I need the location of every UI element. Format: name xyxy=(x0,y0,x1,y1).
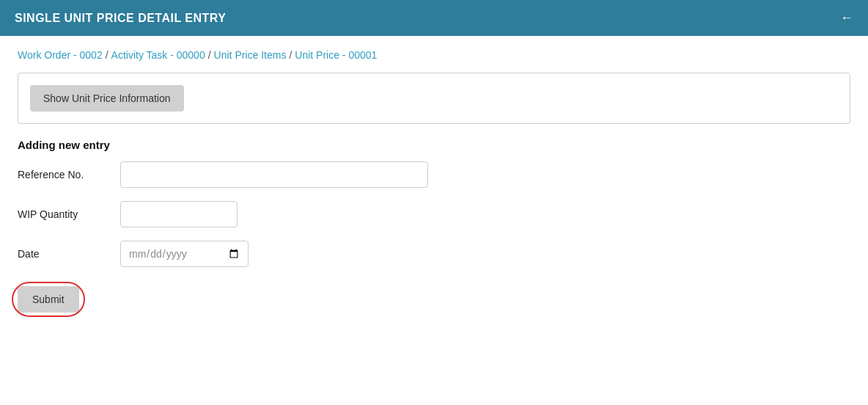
wip-quantity-input[interactable] xyxy=(120,201,238,227)
breadcrumb-work-order[interactable]: Work Order - 0002 xyxy=(18,49,103,61)
breadcrumb-unit-price[interactable]: Unit Price - 00001 xyxy=(295,49,377,61)
breadcrumb: Work Order - 0002 / Activity Task - 0000… xyxy=(18,49,850,61)
info-box: Show Unit Price Information xyxy=(18,73,850,124)
date-input[interactable] xyxy=(120,241,249,267)
wip-quantity-label: WIP Quantity xyxy=(18,208,120,220)
breadcrumb-sep-3: / xyxy=(289,49,292,61)
breadcrumb-sep-1: / xyxy=(106,49,108,61)
submit-button-wrapper: Submit xyxy=(18,286,79,313)
breadcrumb-activity-task[interactable]: Activity Task - 00000 xyxy=(111,49,205,61)
reference-no-input[interactable] xyxy=(120,161,428,188)
page-container: SINGLE UNIT PRICE DETAIL ENTRY ← Work Or… xyxy=(0,0,868,405)
reference-no-label: Reference No. xyxy=(18,169,120,180)
breadcrumb-sep-2: / xyxy=(208,49,211,61)
form-section-title: Adding new entry xyxy=(18,139,850,151)
page-title: SINGLE UNIT PRICE DETAIL ENTRY xyxy=(15,12,227,25)
show-unit-price-info-button[interactable]: Show Unit Price Information xyxy=(30,85,184,112)
form-section: Adding new entry Reference No. WIP Quant… xyxy=(18,139,850,313)
main-content: Work Order - 0002 / Activity Task - 0000… xyxy=(0,36,868,405)
date-label: Date xyxy=(18,248,120,260)
header: SINGLE UNIT PRICE DETAIL ENTRY ← xyxy=(0,0,868,36)
wip-quantity-row: WIP Quantity xyxy=(18,201,850,227)
back-icon[interactable]: ← xyxy=(840,10,853,26)
date-row: Date xyxy=(18,241,850,267)
date-input-wrapper xyxy=(120,241,249,267)
breadcrumb-unit-price-items[interactable]: Unit Price Items xyxy=(214,49,287,61)
reference-no-row: Reference No. xyxy=(18,161,850,188)
submit-button[interactable]: Submit xyxy=(18,286,79,313)
